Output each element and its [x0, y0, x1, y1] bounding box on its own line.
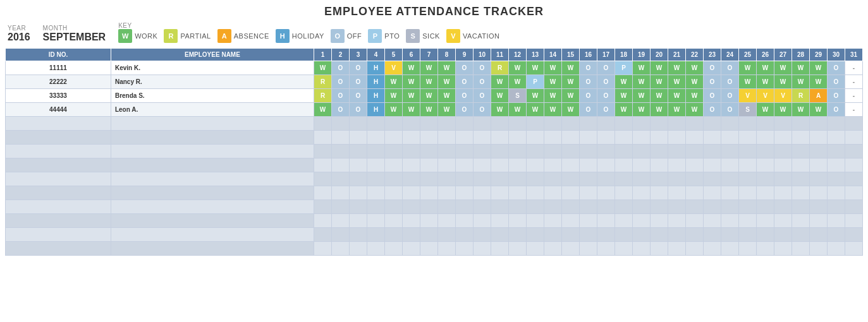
key-text-p: PTO	[384, 32, 400, 40]
empty-name-cell	[111, 228, 314, 242]
empty-day-cell	[774, 117, 792, 131]
day-cell: W	[686, 75, 704, 89]
empty-day-cell	[633, 214, 651, 228]
col-header-day-3: 3	[350, 49, 367, 61]
empty-day-cell	[739, 131, 757, 145]
empty-day-cell	[420, 172, 438, 186]
key-text-o: OFF	[347, 32, 362, 40]
empty-day-cell	[509, 117, 527, 131]
empty-day-cell	[474, 214, 491, 228]
empty-day-cell	[597, 131, 615, 145]
empty-day-cell	[580, 172, 597, 186]
empty-day-cell	[633, 228, 651, 242]
key-item-o: O OFF	[331, 29, 362, 43]
empty-day-cell	[403, 242, 420, 256]
day-cell: O	[332, 61, 350, 75]
empty-day-cell	[686, 158, 704, 172]
empty-day-cell	[686, 228, 704, 242]
key-badge-h: H	[276, 29, 290, 43]
day-cell: H	[367, 89, 385, 103]
day-cell: W	[651, 89, 668, 103]
day-cell: W	[757, 103, 774, 117]
empty-name-cell	[111, 158, 314, 172]
empty-day-cell	[474, 186, 491, 200]
empty-name-cell	[111, 117, 314, 131]
empty-day-cell	[474, 117, 491, 131]
empty-day-cell	[810, 117, 828, 131]
empty-day-cell	[332, 214, 350, 228]
empty-day-cell	[420, 186, 438, 200]
empty-day-cell	[332, 145, 350, 158]
day-cell: W	[686, 103, 704, 117]
col-header-day-8: 8	[438, 49, 456, 61]
empty-day-cell	[739, 145, 757, 158]
empty-day-cell	[509, 200, 527, 214]
empty-day-cell	[314, 172, 332, 186]
day-cell: W	[385, 75, 403, 89]
empty-day-cell	[651, 200, 668, 214]
col-header-day-7: 7	[420, 49, 438, 61]
empty-day-cell	[580, 214, 597, 228]
empty-day-cell	[774, 186, 792, 200]
col-header-day-2: 2	[332, 49, 350, 61]
col-header-day-6: 6	[403, 49, 420, 61]
day-cell: W	[544, 89, 562, 103]
day-cell: W	[544, 75, 562, 89]
empty-day-cell	[757, 145, 774, 158]
key-item-p: P PTO	[368, 29, 400, 43]
empty-day-cell	[350, 172, 367, 186]
empty-day-cell	[792, 172, 810, 186]
empty-row	[6, 172, 863, 186]
empty-day-cell	[810, 228, 828, 242]
empty-day-cell	[597, 228, 615, 242]
day-cell: W	[686, 89, 704, 103]
empty-row	[6, 117, 863, 131]
main-title: EMPLOYEE ATTENDANCE TRACKER	[5, 5, 863, 18]
empty-day-cell	[597, 145, 615, 158]
key-label: KEY	[118, 22, 499, 29]
empty-day-cell	[332, 172, 350, 186]
empty-day-cell	[456, 228, 474, 242]
col-header-day-15: 15	[562, 49, 580, 61]
empty-day-cell	[350, 242, 367, 256]
day-cell: H	[367, 75, 385, 89]
empty-day-cell	[350, 158, 367, 172]
day-cell: W	[403, 75, 420, 89]
empty-day-cell	[721, 186, 739, 200]
day-cell: W	[509, 61, 527, 75]
year-label: YEAR	[8, 25, 30, 32]
empty-day-cell	[828, 228, 845, 242]
empty-day-cell	[456, 131, 474, 145]
empty-day-cell	[385, 145, 403, 158]
empty-day-cell	[562, 117, 580, 131]
empty-day-cell	[704, 131, 721, 145]
key-item-r: R PARTIAL	[164, 29, 211, 43]
empty-name-cell	[111, 172, 314, 186]
empty-day-cell	[721, 131, 739, 145]
empty-day-cell	[491, 117, 509, 131]
empty-day-cell	[385, 172, 403, 186]
day-cell: W	[668, 89, 686, 103]
header-section: YEAR 2016 MONTH SEPTEMBER KEY W WORK R P…	[5, 22, 863, 43]
empty-day-cell	[527, 214, 544, 228]
col-header-day-16: 16	[580, 49, 597, 61]
empty-day-cell	[314, 228, 332, 242]
empty-day-cell	[633, 172, 651, 186]
empty-day-cell	[597, 200, 615, 214]
empty-day-cell	[456, 242, 474, 256]
day-cell: W	[810, 103, 828, 117]
day-cell: W	[651, 61, 668, 75]
empty-day-cell	[668, 186, 686, 200]
empty-day-cell	[332, 158, 350, 172]
employee-id: 44444	[6, 103, 111, 117]
empty-day-cell	[509, 145, 527, 158]
empty-day-cell	[438, 117, 456, 131]
empty-day-cell	[420, 117, 438, 131]
empty-day-cell	[845, 228, 863, 242]
day-cell: W	[509, 103, 527, 117]
empty-day-cell	[704, 158, 721, 172]
empty-day-cell	[845, 200, 863, 214]
empty-day-cell	[332, 131, 350, 145]
empty-day-cell	[668, 158, 686, 172]
empty-day-cell	[580, 131, 597, 145]
